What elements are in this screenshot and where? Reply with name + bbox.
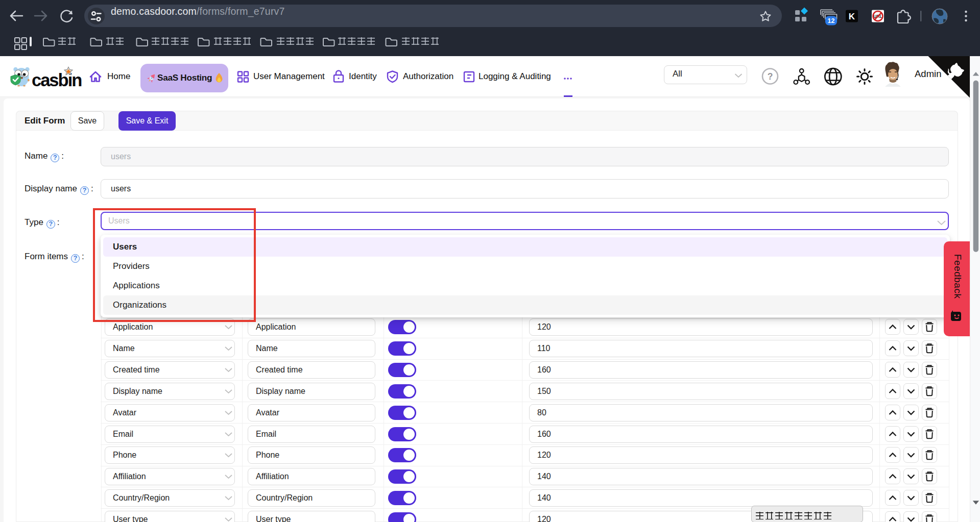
svg-text:K: K — [849, 12, 855, 21]
svg-text:Admin: Admin — [915, 68, 941, 79]
svg-text:?: ? — [768, 71, 773, 82]
svg-text:casbin: casbin — [32, 70, 81, 90]
svg-text:12: 12 — [828, 17, 835, 24]
